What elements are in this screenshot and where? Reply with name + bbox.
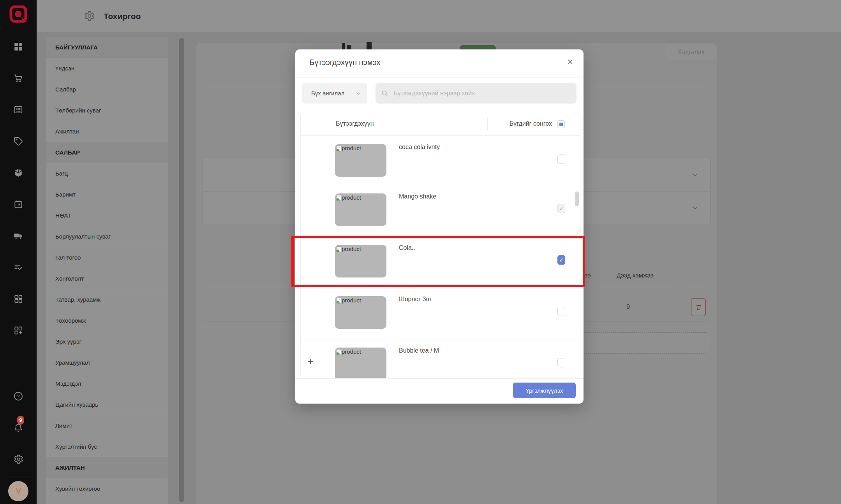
product-name: Mango shake — [399, 193, 436, 200]
product-image-placeholder: product — [335, 193, 386, 226]
product-image-alt: product — [342, 297, 361, 304]
order-list-icon — [13, 105, 23, 115]
grid-plus-icon — [13, 325, 23, 335]
gear-icon — [13, 454, 24, 465]
category-filter-dropdown[interactable]: Бүх ангилал — [302, 83, 367, 104]
header-separator — [574, 118, 574, 131]
product-row[interactable]: product Шорлог 3ш ✓ — [301, 288, 580, 339]
product-name: Bubble tea / M — [399, 347, 439, 354]
product-image-placeholder: product — [335, 348, 386, 378]
broken-image-icon — [336, 298, 341, 304]
notification-badge: 9 — [17, 416, 24, 425]
icon-rail: ? 9 V — [0, 0, 37, 504]
product-image-alt: product — [342, 145, 361, 151]
plus-icon[interactable]: + — [308, 356, 313, 367]
sidebar-item-sales[interactable] — [12, 72, 25, 84]
truck-icon — [13, 230, 24, 241]
product-image-alt: product — [342, 348, 361, 355]
product-name: coca cola ivnty — [399, 144, 440, 151]
column-header-product: Бүтээгдэхүүн — [336, 120, 374, 127]
calendar-icon — [13, 199, 23, 209]
broken-image-icon — [336, 146, 341, 151]
product-list-header: Бүтээгдэхүүн Бүгдийг сонгох — [301, 113, 580, 136]
highlight-box — [291, 236, 585, 287]
dashboard-icon — [13, 42, 23, 52]
rail-divider — [3, 476, 33, 476]
grid-icon — [13, 294, 23, 304]
product-checkbox[interactable]: ✓ — [557, 358, 565, 367]
add-product-modal: Бүтээгдэхүүн нэмэх ✕ Бүх ангилал Бүтээгд… — [295, 49, 584, 404]
sidebar-item-delivery[interactable] — [12, 230, 25, 242]
continue-button[interactable]: Үргэлжлүүлэх — [513, 383, 576, 398]
product-image-alt: product — [342, 194, 361, 201]
sidebar-item-pricing[interactable] — [12, 135, 25, 148]
product-row[interactable]: product Bubble tea / M ✓ — [301, 339, 580, 378]
header-separator — [487, 118, 488, 131]
help-icon: ? — [13, 391, 24, 402]
select-all-checkbox[interactable] — [557, 120, 565, 128]
cart-icon — [13, 73, 23, 83]
sidebar-item-calendar[interactable] — [12, 198, 25, 211]
modal-header-divider — [295, 77, 584, 77]
broken-image-icon — [336, 349, 341, 355]
sidebar-item-dashboard[interactable] — [12, 40, 25, 53]
sidebar-item-products[interactable] — [12, 167, 25, 179]
help-button[interactable]: ? — [12, 390, 25, 402]
product-name: Шорлог 3ш — [399, 296, 431, 303]
category-filter-label: Бүх ангилал — [311, 90, 355, 97]
chevron-down-icon — [355, 90, 362, 97]
notification-count: 9 — [19, 417, 22, 423]
product-image-placeholder: product — [335, 296, 386, 329]
tag-icon — [13, 136, 23, 146]
product-image-placeholder: product — [335, 144, 386, 177]
sidebar-item-tasks[interactable] — [12, 261, 25, 274]
avatar-initial: V — [16, 487, 21, 495]
settings-button[interactable] — [12, 453, 25, 465]
product-checkbox[interactable]: ✓ — [557, 204, 565, 213]
avatar[interactable]: V — [8, 481, 28, 501]
continue-button-label: Үргэлжлүүлэх — [526, 387, 563, 394]
cube-icon — [13, 168, 23, 178]
broken-image-icon — [336, 195, 341, 201]
sidebar-item-apps[interactable] — [12, 293, 25, 305]
modal-footer: Үргэлжлүүлэх — [295, 378, 584, 404]
modal-title: Бүтээгдэхүүн нэмэх — [309, 58, 381, 67]
list-scrollbar-thumb[interactable] — [575, 191, 579, 206]
checklist-icon — [13, 262, 23, 272]
product-row[interactable]: product Mango shake ✓ — [301, 185, 580, 237]
search-icon — [381, 90, 389, 97]
sidebar-item-add-module[interactable] — [12, 324, 25, 337]
app-logo[interactable] — [9, 5, 28, 24]
search-input[interactable] — [393, 90, 571, 97]
product-checkbox[interactable]: ✓ — [557, 155, 565, 164]
sidebar-item-orders[interactable] — [12, 104, 25, 116]
product-checkbox[interactable]: ✓ — [557, 307, 565, 316]
select-all-label: Бүгдийг сонгох — [510, 120, 552, 127]
close-icon[interactable]: ✕ — [567, 58, 573, 66]
product-row[interactable]: product coca cola ivnty ✓ — [301, 136, 580, 185]
product-search-box — [376, 83, 577, 104]
svg-text:?: ? — [17, 393, 19, 399]
app-logo-icon — [9, 5, 28, 24]
